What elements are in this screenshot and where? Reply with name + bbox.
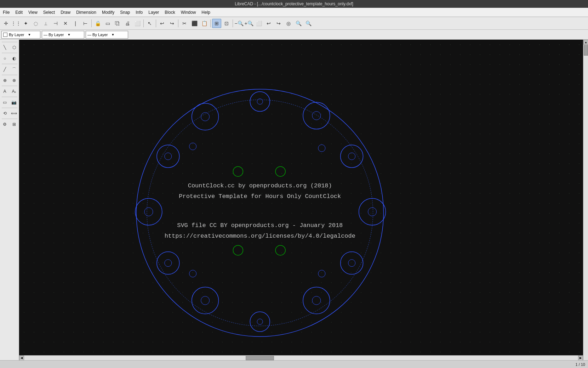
hatch-tool[interactable]: ▭ (1, 98, 9, 107)
scroll-up-btn[interactable]: ▲ (583, 40, 588, 45)
zoom-out[interactable]: −🔍 (234, 19, 244, 28)
canvas-area[interactable]: CountClock.cc by openproducts.org (2018)… (19, 40, 583, 368)
snap-cross[interactable]: ✕ (61, 19, 70, 28)
svg-point-13 (348, 153, 355, 160)
zoom-more1[interactable]: 🔍 (294, 19, 303, 28)
preview-btn[interactable]: ⬜ (133, 19, 142, 28)
linetype-selector[interactable]: — By Layer ▼ (42, 31, 84, 39)
left-toolbar-sep (2, 86, 17, 86)
undo-btn[interactable]: ↩ (158, 19, 167, 28)
hscroll-left-btn[interactable]: ◀ (19, 356, 24, 361)
menu-item-help[interactable]: Help (199, 8, 213, 17)
svg-point-17 (275, 245, 285, 255)
left-toolbar-sep (2, 97, 17, 97)
select-poly[interactable]: ⬡ (10, 43, 18, 52)
snap-on[interactable]: ✦ (21, 19, 30, 28)
blocks-tool[interactable]: ⊞ (10, 120, 18, 129)
svg-point-21 (368, 208, 377, 216)
color-swatch (3, 33, 7, 37)
point[interactable]: ⊕ (1, 76, 9, 85)
draw-circle[interactable]: ○ (1, 54, 9, 63)
svg-point-30 (303, 287, 330, 314)
menu-item-snap[interactable]: Snap (117, 8, 133, 17)
bottom-scrollbar[interactable]: ◀ ▶ (19, 355, 583, 360)
menu-item-edit[interactable]: Edit (12, 8, 25, 17)
main-toolbar: ✛⋮⋮✦◌⟂⊣✕|⊢🔒▭⿻🖨⬜↖↩↪✂⬛📋⊞⊡−🔍+🔍⬜↩↪◎🔍🔍 (0, 17, 588, 30)
color-selector[interactable]: By Layer ▼ (1, 31, 40, 39)
svg-point-0 (136, 89, 383, 336)
zoom-window[interactable]: ⬜ (254, 19, 263, 28)
zoom-sel[interactable]: ◎ (284, 19, 293, 28)
ortho-mode[interactable]: ⊢ (81, 19, 90, 28)
left-toolbar-sep (2, 42, 17, 42)
line-tool[interactable]: | (71, 19, 80, 28)
select-single[interactable]: ╲ (1, 43, 9, 52)
dimension-tool[interactable]: ⟺ (10, 109, 18, 118)
grid-toggle[interactable]: ⊞ (212, 19, 221, 28)
menu-item-draw[interactable]: Draw (58, 8, 73, 17)
image-tool[interactable]: 📷 (10, 98, 18, 107)
snap-free[interactable]: ◌ (31, 19, 40, 28)
scroll-thumb[interactable] (584, 45, 588, 56)
menu-item-select[interactable]: Select (40, 8, 58, 17)
toolbar-sep (143, 19, 144, 27)
grid-snap[interactable]: ⋮⋮ (11, 19, 21, 28)
menu-item-modify[interactable]: Modify (99, 8, 117, 17)
toolbar-sep (178, 19, 178, 27)
cursor-btn[interactable]: ↖ (145, 19, 154, 28)
toolbar-sep (156, 19, 156, 27)
zoom-undo[interactable]: ↩ (264, 19, 273, 28)
svg-point-5 (312, 112, 321, 120)
print-btn[interactable]: 🖨 (123, 19, 132, 28)
snap-vert[interactable]: ⟂ (41, 19, 50, 28)
scroll-track[interactable] (583, 45, 588, 363)
menu-item-layer[interactable]: Layer (145, 8, 162, 17)
paste-btn[interactable]: 📋 (200, 19, 209, 28)
zoom-more2[interactable]: 🔍 (304, 19, 313, 28)
right-scrollbar[interactable]: ▲ ▼ (583, 40, 588, 368)
zoom-fit[interactable]: ⊡ (222, 19, 231, 28)
insert[interactable]: ⊗ (10, 76, 18, 85)
text-tool[interactable]: A (1, 87, 9, 96)
menu-item-file[interactable]: File (0, 8, 12, 17)
zoom-redo[interactable]: ↪ (274, 19, 283, 28)
hscroll-right-btn[interactable]: ▶ (578, 356, 583, 361)
modify-tool[interactable]: ⚙ (1, 120, 9, 129)
snap-crosshair[interactable]: ✛ (1, 19, 11, 28)
menu-item-window[interactable]: Window (178, 8, 199, 17)
svg-point-4 (303, 102, 330, 129)
measure[interactable]: ⟲ (1, 109, 9, 118)
linewidth-selector[interactable]: — By Layer ▼ (86, 31, 128, 39)
svg-point-14 (233, 166, 243, 176)
left-toolbar-row: ⟲⟺ (1, 109, 18, 118)
window-btn[interactable]: ⬛ (190, 19, 199, 28)
draw-spline[interactable]: ⌒ (10, 65, 18, 74)
zoom-in[interactable]: +🔍 (244, 19, 253, 28)
svg-point-18 (135, 198, 162, 225)
hscroll-thumb[interactable] (246, 356, 274, 360)
snap-horiz[interactable]: ⊣ (51, 19, 60, 28)
draw-line[interactable]: ╱ (1, 65, 9, 74)
drawing-canvas: CountClock.cc by openproducts.org (2018)… (19, 40, 583, 368)
redo-btn[interactable]: ↪ (167, 19, 177, 28)
menu-item-dimension[interactable]: Dimension (73, 8, 99, 17)
menu-item-info[interactable]: Info (133, 8, 145, 17)
svg-point-26 (348, 260, 355, 267)
menu-item-view[interactable]: View (25, 8, 40, 17)
draw-arc[interactable]: ◐ (10, 54, 18, 63)
svg-point-12 (341, 145, 363, 168)
left-toolbar-row: ╲⬡ (1, 43, 18, 52)
hscroll-track[interactable] (24, 356, 578, 361)
left-toolbar-row: ⚙⊞ (1, 120, 18, 129)
text-special[interactable]: Aₛ (10, 87, 18, 96)
cut-btn[interactable]: ✂ (180, 19, 189, 28)
menu-item-block[interactable]: Block (162, 8, 178, 17)
svg-point-25 (341, 252, 363, 274)
svg-point-32 (250, 312, 270, 332)
svg-point-6 (192, 103, 219, 130)
rect-select[interactable]: ▭ (103, 19, 112, 28)
lock-layer[interactable]: 🔒 (93, 19, 102, 28)
svg-point-29 (201, 296, 210, 305)
svg-point-8 (189, 143, 196, 150)
copy-btn[interactable]: ⿻ (113, 19, 122, 28)
